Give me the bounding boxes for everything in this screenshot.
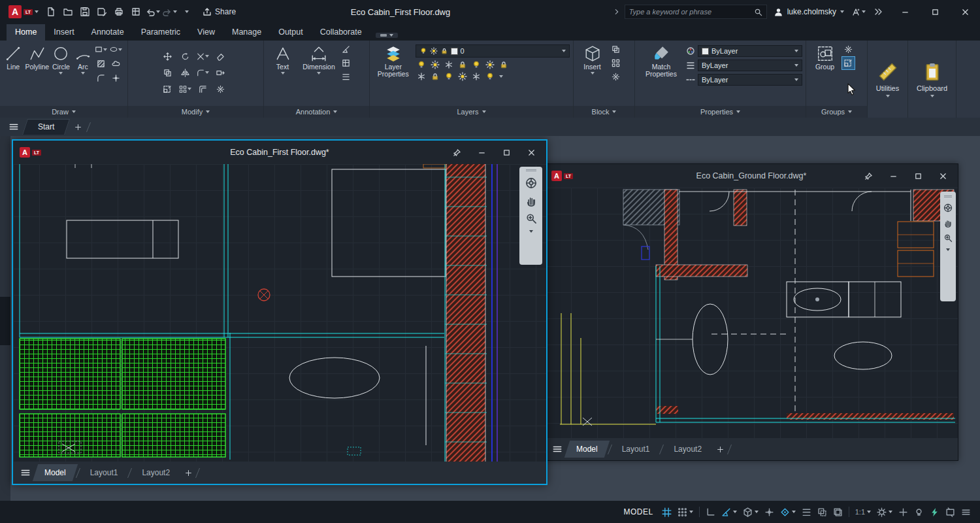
maximize-button[interactable]	[920, 0, 950, 24]
block-editor-button[interactable]	[610, 57, 622, 69]
text-button[interactable]: Text	[267, 43, 298, 105]
ground-floor-drawing[interactable]	[545, 188, 958, 438]
move-button[interactable]	[161, 50, 174, 63]
layout-menu-button[interactable]	[18, 465, 33, 480]
polar-tracking-button[interactable]	[721, 507, 737, 517]
rotate-button[interactable]	[179, 50, 191, 63]
layer-isolate-icon[interactable]	[431, 60, 440, 69]
chevron-right-icon[interactable]	[613, 8, 621, 16]
grid-display-button[interactable]	[662, 507, 672, 517]
close-button[interactable]	[950, 0, 980, 24]
chevron-down-icon[interactable]	[281, 72, 285, 75]
object-color-dropdown[interactable]: ByLayer	[698, 45, 802, 57]
search-box[interactable]	[625, 5, 767, 19]
save-as-button[interactable]	[94, 4, 110, 20]
save-button[interactable]	[77, 4, 93, 20]
navigation-bar[interactable]	[940, 192, 956, 301]
annotation-scale-button[interactable]: 1:1	[855, 508, 871, 516]
mirror-button[interactable]	[179, 67, 191, 79]
offset-button[interactable]	[197, 83, 209, 95]
tab-layout1[interactable]: Layout1	[81, 464, 127, 481]
window-titlebar[interactable]: A LT Eco Cabin_First Floor.dwg*	[13, 141, 546, 164]
model-space-canvas[interactable]	[545, 188, 958, 438]
maximize-button[interactable]	[906, 166, 930, 186]
close-button[interactable]	[930, 166, 955, 186]
layer-freeze-all-icon[interactable]	[417, 72, 426, 81]
layer-freeze-icon[interactable]	[444, 60, 453, 69]
layer-select-dropdown[interactable]: 0	[416, 44, 570, 58]
chevron-down-icon[interactable]	[755, 511, 759, 513]
linetype-dropdown[interactable]: ByLayer	[698, 74, 802, 86]
copy-button[interactable]	[161, 67, 174, 79]
layer-thaw-tool-icon[interactable]	[485, 60, 495, 69]
navigation-wheel-icon[interactable]	[943, 203, 953, 212]
navigation-wheel-icon[interactable]	[525, 177, 537, 189]
chevron-down-icon[interactable]	[156, 10, 160, 13]
chevron-down-icon[interactable]	[317, 72, 321, 75]
selection-cycling-button[interactable]	[833, 507, 843, 517]
insert-block-button[interactable]: Insert	[577, 43, 608, 105]
new-layout-button[interactable]	[182, 466, 195, 479]
ellipse-button[interactable]	[110, 43, 122, 56]
tab-view[interactable]: View	[189, 24, 223, 41]
draw-panel-label[interactable]: Draw	[0, 106, 127, 118]
chevron-down-icon[interactable]	[59, 72, 63, 75]
ribbon-tab-overflow-button[interactable]	[376, 33, 398, 38]
chevron-down-icon[interactable]	[591, 72, 595, 75]
graphics-performance-button[interactable]	[930, 507, 939, 517]
workspace-switching-button[interactable]	[877, 507, 892, 517]
window-titlebar[interactable]: A LT Eco Cabin_Ground Floor.dwg*	[545, 164, 958, 188]
tab-output[interactable]: Output	[270, 24, 312, 41]
layers-panel-label[interactable]: Layers	[370, 106, 573, 118]
annotation-more-button[interactable]	[340, 71, 352, 83]
snap-mode-button[interactable]	[678, 507, 693, 517]
chevron-down-icon[interactable]	[173, 10, 177, 13]
tab-manage[interactable]: Manage	[223, 24, 270, 41]
model-space-button[interactable]: MODEL	[624, 507, 653, 516]
navbar-grip[interactable]	[526, 169, 536, 171]
sheet-set-button[interactable]	[128, 4, 144, 20]
qat-customize-button[interactable]	[179, 4, 195, 20]
properties-panel-label[interactable]: Properties	[635, 106, 806, 118]
new-drawing-tab-button[interactable]	[71, 120, 84, 133]
polyline-button[interactable]: Polyline	[25, 43, 49, 105]
search-icon[interactable]	[754, 8, 762, 16]
model-space-canvas[interactable]	[13, 164, 546, 462]
dimension-button[interactable]: Dimension	[300, 43, 338, 105]
layer-lock-tool-icon[interactable]	[458, 60, 467, 69]
open-file-button[interactable]	[60, 4, 76, 20]
lineweight-display-button[interactable]	[802, 507, 811, 517]
drawing-window-first-floor[interactable]: A LT Eco Cabin_First Floor.dwg*	[12, 139, 547, 485]
chevron-down-icon[interactable]	[867, 511, 871, 513]
app-menu-button[interactable]: A LT	[5, 4, 42, 20]
circle-button[interactable]: Circle	[51, 43, 71, 105]
status-customization-button[interactable]	[961, 507, 971, 517]
file-tab-start[interactable]: Start	[25, 119, 67, 135]
clean-screen-button[interactable]	[945, 507, 955, 517]
search-input[interactable]	[629, 8, 754, 16]
chevron-down-icon[interactable]	[889, 511, 892, 513]
file-tabs-menu-button[interactable]	[7, 120, 21, 134]
chevron-down-icon[interactable]	[792, 511, 796, 513]
tab-model[interactable]: Model	[567, 441, 607, 458]
layout-menu-button[interactable]	[550, 442, 564, 456]
modify-panel-label[interactable]: Modify	[128, 106, 263, 118]
assistant-button[interactable]	[851, 4, 866, 20]
groups-panel-label[interactable]: Groups	[806, 106, 867, 118]
edit-attributes-button[interactable]	[610, 71, 622, 83]
ungroup-button[interactable]	[842, 43, 855, 56]
close-button[interactable]	[519, 143, 544, 162]
pan-hand-icon[interactable]	[525, 195, 537, 207]
pan-hand-icon[interactable]	[943, 218, 953, 228]
fillet-button[interactable]	[197, 67, 209, 79]
layer-previous-icon[interactable]	[485, 72, 495, 81]
annotation-panel-label[interactable]: Annotation	[264, 106, 369, 118]
point-button[interactable]	[110, 72, 122, 84]
chevron-down-icon[interactable]	[689, 511, 693, 513]
group-button[interactable]: Group	[809, 43, 840, 105]
zoom-icon[interactable]	[525, 212, 537, 224]
line-button[interactable]: Line	[3, 43, 23, 105]
array-button[interactable]	[179, 83, 191, 95]
spline-button[interactable]	[95, 72, 107, 84]
chevron-down-icon[interactable]	[946, 248, 950, 251]
